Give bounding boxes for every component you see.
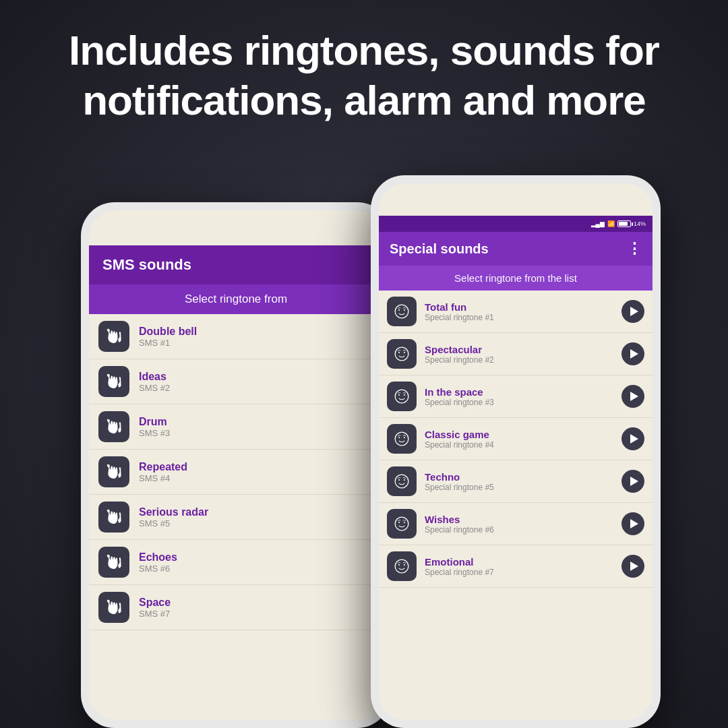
sms-list-item[interactable]: Echoes SMS #6 bbox=[89, 540, 383, 585]
special-item-sub: Special ringtone #7 bbox=[425, 568, 621, 577]
phones-container: SMS sounds Select ringtone from Double b… bbox=[61, 175, 667, 728]
svg-point-10 bbox=[398, 437, 400, 438]
menu-icon[interactable]: ⋮ bbox=[627, 240, 642, 257]
special-list-item[interactable]: Wishes Special ringtone #6 bbox=[379, 503, 653, 545]
play-button-3[interactable] bbox=[621, 385, 644, 408]
special-item-title: Techno bbox=[425, 471, 621, 483]
special-header: Special sounds ⋮ bbox=[379, 232, 653, 266]
special-item-icon bbox=[387, 382, 417, 411]
play-button-5[interactable] bbox=[621, 470, 644, 493]
svg-point-4 bbox=[398, 352, 400, 353]
special-item-sub: Special ringtone #1 bbox=[425, 313, 621, 322]
sms-header: SMS sounds bbox=[89, 245, 383, 284]
signal-icon: ▂▄▆ bbox=[591, 220, 605, 227]
headline-line2: notifications, alarm and more bbox=[82, 77, 646, 123]
svg-point-9 bbox=[395, 432, 408, 446]
special-item-text: In the space Special ringtone #3 bbox=[425, 386, 621, 407]
special-item-text: Total fun Special ringtone #1 bbox=[425, 301, 621, 322]
special-item-icon bbox=[387, 551, 417, 581]
svg-point-17 bbox=[404, 522, 405, 523]
svg-point-14 bbox=[404, 479, 405, 481]
sms-item-title: Double bell bbox=[139, 326, 197, 338]
sms-item-title: Space bbox=[139, 597, 171, 609]
special-list-item[interactable]: Emotional Special ringtone #7 bbox=[379, 545, 653, 588]
special-item-sub: Special ringtone #3 bbox=[425, 398, 621, 407]
sms-item-title: Drum bbox=[139, 416, 170, 428]
play-button-4[interactable] bbox=[621, 427, 644, 450]
sms-list-item[interactable]: Repeated SMS #4 bbox=[89, 450, 383, 495]
sms-item-icon bbox=[98, 592, 129, 623]
svg-point-2 bbox=[404, 309, 405, 311]
special-item-text: Techno Special ringtone #5 bbox=[425, 471, 621, 492]
special-list: Total fun Special ringtone #1 Spectacula… bbox=[379, 291, 653, 588]
sms-item-icon bbox=[98, 321, 129, 352]
front-phone-screen: ▂▄▆ 📶 14% Special sounds ⋮ Select ringto… bbox=[379, 216, 653, 720]
sms-item-sub: SMS #2 bbox=[139, 383, 170, 393]
sms-item-sub: SMS #5 bbox=[139, 518, 208, 528]
sms-item-icon bbox=[98, 547, 129, 578]
svg-point-3 bbox=[395, 347, 408, 361]
sms-item-title: Serious radar bbox=[139, 506, 208, 518]
special-item-icon bbox=[387, 297, 417, 326]
svg-point-16 bbox=[398, 522, 400, 523]
special-item-icon bbox=[387, 339, 417, 369]
special-item-sub: Special ringtone #2 bbox=[425, 355, 621, 365]
sms-item-text: Double bell SMS #1 bbox=[139, 326, 197, 348]
headline-line1: Includes ringtones, sounds for bbox=[69, 27, 659, 73]
special-list-item[interactable]: Total fun Special ringtone #1 bbox=[379, 291, 653, 333]
svg-point-12 bbox=[395, 475, 408, 488]
wifi-icon: 📶 bbox=[607, 220, 615, 227]
play-button-2[interactable] bbox=[621, 342, 644, 365]
svg-point-18 bbox=[395, 559, 408, 573]
svg-point-7 bbox=[398, 394, 400, 396]
special-item-sub: Special ringtone #5 bbox=[425, 483, 621, 492]
sms-item-sub: SMS #3 bbox=[139, 428, 170, 438]
sms-list: Double bell SMS #1 Ideas SMS #2 Drum SMS… bbox=[89, 314, 383, 630]
sms-subtitle-text: Select ringtone from bbox=[185, 293, 287, 305]
special-item-text: Classic game Special ringtone #4 bbox=[425, 429, 621, 450]
special-item-text: Spectacular Special ringtone #2 bbox=[425, 344, 621, 365]
sms-item-icon bbox=[98, 366, 129, 397]
special-list-item[interactable]: Techno Special ringtone #5 bbox=[379, 460, 653, 503]
play-button-7[interactable] bbox=[621, 555, 644, 578]
play-button-6[interactable] bbox=[621, 512, 644, 535]
play-button-1[interactable] bbox=[621, 300, 644, 323]
sms-item-text: Serious radar SMS #5 bbox=[139, 506, 208, 528]
status-icons: ▂▄▆ 📶 14% bbox=[591, 220, 646, 227]
sms-list-item[interactable]: Space SMS #7 bbox=[89, 585, 383, 630]
sms-item-sub: SMS #6 bbox=[139, 564, 177, 574]
back-phone-inner: SMS sounds Select ringtone from Double b… bbox=[89, 210, 383, 720]
special-item-text: Emotional Special ringtone #7 bbox=[425, 556, 621, 577]
special-item-title: Classic game bbox=[425, 429, 621, 440]
sms-list-item[interactable]: Double bell SMS #1 bbox=[89, 314, 383, 359]
svg-point-0 bbox=[395, 305, 408, 318]
front-phone-inner: ▂▄▆ 📶 14% Special sounds ⋮ Select ringto… bbox=[379, 183, 653, 720]
sms-item-text: Drum SMS #3 bbox=[139, 416, 170, 438]
special-item-title: In the space bbox=[425, 386, 621, 398]
sms-item-text: Space SMS #7 bbox=[139, 597, 171, 619]
sms-list-item[interactable]: Drum SMS #3 bbox=[89, 404, 383, 450]
special-list-item[interactable]: Classic game Special ringtone #4 bbox=[379, 418, 653, 460]
special-item-title: Emotional bbox=[425, 556, 621, 568]
headline: Includes ringtones, sounds for notificat… bbox=[0, 0, 728, 146]
sms-list-item[interactable]: Serious radar SMS #5 bbox=[89, 495, 383, 540]
sms-list-item[interactable]: Ideas SMS #2 bbox=[89, 359, 383, 404]
phone-front: ▂▄▆ 📶 14% Special sounds ⋮ Select ringto… bbox=[371, 175, 661, 728]
battery-percent: 14% bbox=[634, 220, 646, 227]
sms-item-text: Ideas SMS #2 bbox=[139, 371, 170, 393]
svg-point-19 bbox=[398, 564, 400, 566]
sms-item-title: Repeated bbox=[139, 461, 187, 473]
sms-item-sub: SMS #7 bbox=[139, 609, 171, 619]
special-list-item[interactable]: Spectacular Special ringtone #2 bbox=[379, 333, 653, 375]
sms-item-text: Repeated SMS #4 bbox=[139, 461, 187, 483]
special-list-item[interactable]: In the space Special ringtone #3 bbox=[379, 375, 653, 418]
sms-item-title: Echoes bbox=[139, 551, 177, 564]
sms-item-title: Ideas bbox=[139, 371, 170, 383]
special-item-sub: Special ringtone #4 bbox=[425, 440, 621, 450]
sms-item-icon bbox=[98, 456, 129, 487]
phone-back: SMS sounds Select ringtone from Double b… bbox=[81, 202, 391, 728]
special-item-title: Total fun bbox=[425, 301, 621, 313]
special-item-icon bbox=[387, 424, 417, 454]
svg-point-5 bbox=[404, 352, 405, 353]
sms-item-icon bbox=[98, 502, 129, 533]
